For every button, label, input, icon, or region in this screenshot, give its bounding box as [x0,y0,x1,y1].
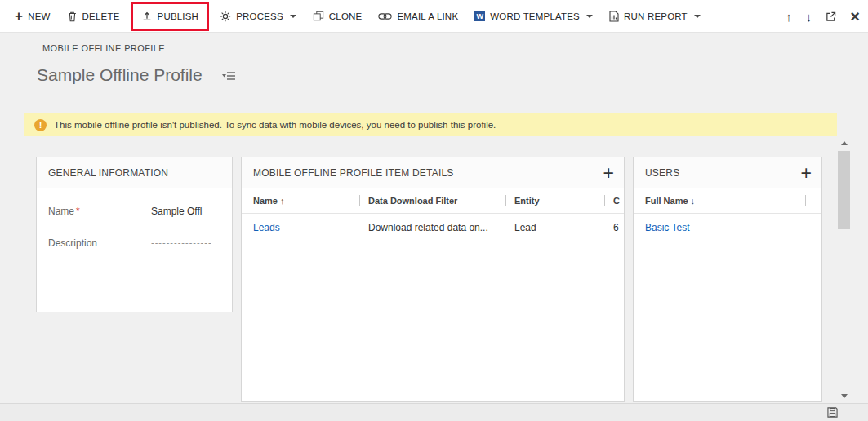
column-header-entity[interactable]: Entity [506,196,604,206]
column-header-filter[interactable]: Data Download Filter [360,196,505,206]
profile-item-details-title: MOBILE OFFLINE PROFILE ITEM DETAILS [253,167,454,179]
warning-icon: ! [34,119,47,131]
delete-button[interactable]: DELETE [59,2,128,30]
chevron-down-icon [290,15,296,18]
pop-out-icon[interactable] [826,11,836,22]
publish-button-label: PUBLISH [158,11,199,21]
name-field-row: Name* Sample Offl [37,206,232,217]
item-filter-cell: Download related data on... [360,222,505,233]
scroll-down-button[interactable] [837,389,851,403]
clone-button[interactable]: CLONE [305,2,371,30]
users-header: USERS + [634,157,821,188]
column-header-extra[interactable]: C [605,196,624,206]
run-report-label: RUN REPORT [624,11,688,21]
users-column-headers: Full Name↓ [634,188,821,214]
clone-button-label: CLONE [329,11,363,21]
add-user-button[interactable]: + [801,165,812,181]
word-templates-label: WORD TEMPLATES [490,11,580,21]
required-asterisk: * [76,206,80,217]
column-full-name-text: Full Name [645,196,688,206]
general-information-title: GENERAL INFORMATION [48,167,168,179]
column-header-name[interactable]: Name↑ [253,196,359,206]
users-row: Basic Test [634,214,821,242]
profile-item-details-header: MOBILE OFFLINE PROFILE ITEM DETAILS + [242,157,624,188]
clone-icon [313,11,324,21]
previous-record-icon[interactable]: ↑ [786,11,792,23]
record-navigation: ↑ ↓ × [786,0,860,33]
delete-button-label: DELETE [82,11,120,21]
chevron-down-icon [694,15,701,18]
users-title: USERS [645,167,679,179]
unpublished-warning-banner: ! This mobile offline profile isn't publ… [24,113,837,136]
word-icon: W [474,11,485,21]
scroll-up-icon [841,141,848,145]
users-panel: USERS + Full Name↓ Basic Test [633,157,822,402]
scroll-up-button[interactable] [837,136,851,150]
report-icon [609,11,619,22]
save-icon[interactable] [827,407,838,418]
link-chain-icon [378,12,392,20]
new-button[interactable]: + NEW [7,2,59,30]
run-report-button[interactable]: RUN REPORT [601,2,709,30]
name-label-text: Name [48,206,74,217]
general-information-panel: GENERAL INFORMATION Name* Sample Offl De… [36,157,233,312]
publish-button[interactable]: PUBLISH [133,4,207,29]
trash-icon [67,11,78,22]
close-icon[interactable]: × [850,8,860,24]
process-button-label: PROCESS [236,11,283,21]
email-a-link-button[interactable]: EMAIL A LINK [370,2,466,30]
chevron-down-icon [586,15,593,18]
process-button[interactable]: PROCESS [211,2,305,30]
scrollbar-thumb[interactable] [838,151,850,229]
item-name-link[interactable]: Leads [253,222,359,233]
description-field-value[interactable]: ---------------- [151,237,232,247]
item-extra-cell: 6 [605,222,624,233]
column-name-text: Name [253,196,278,206]
record-type-label: MOBILE OFFLINE PROFILE [42,43,165,53]
publish-icon [141,11,153,22]
description-field-label: Description [48,237,151,249]
vertical-scrollbar[interactable] [837,136,851,403]
item-details-row: Leads Download related data on... Lead 6 [242,214,624,242]
column-divider [805,195,806,206]
title-view-selector-icon[interactable] [222,71,236,82]
name-field-label: Name* [48,206,151,217]
word-templates-button[interactable]: W WORD TEMPLATES [466,2,601,30]
new-button-label: NEW [28,11,50,21]
add-profile-item-button[interactable]: + [603,165,614,181]
profile-item-details-panel: MOBILE OFFLINE PROFILE ITEM DETAILS + Na… [241,157,625,402]
app-window: + NEW DELETE PUBLISH PROCESS [0,0,868,421]
next-record-icon[interactable]: ↓ [806,11,812,23]
sort-asc-icon: ↑ [280,196,285,206]
warning-message: This mobile offline profile isn't publis… [54,120,496,130]
publish-highlight-annotation: PUBLISH [131,2,210,31]
page-title: Sample Offline Profile [37,65,203,85]
command-bar: + NEW DELETE PUBLISH PROCESS [0,0,868,33]
column-header-full-name[interactable]: Full Name↓ [645,196,805,206]
description-field-row: Description ---------------- [37,237,232,249]
plus-icon: + [15,9,23,23]
item-entity-cell: Lead [506,222,604,233]
general-information-header: GENERAL INFORMATION [37,157,232,188]
email-a-link-label: EMAIL A LINK [397,11,458,21]
item-details-column-headers: Name↑ Data Download Filter Entity C [242,188,624,214]
scroll-down-icon [841,394,848,398]
name-field-value[interactable]: Sample Offl [151,206,232,217]
process-gear-icon [220,11,231,22]
user-full-name-link[interactable]: Basic Test [645,222,805,233]
status-bar [0,403,868,421]
sort-desc-icon: ↓ [691,196,696,206]
